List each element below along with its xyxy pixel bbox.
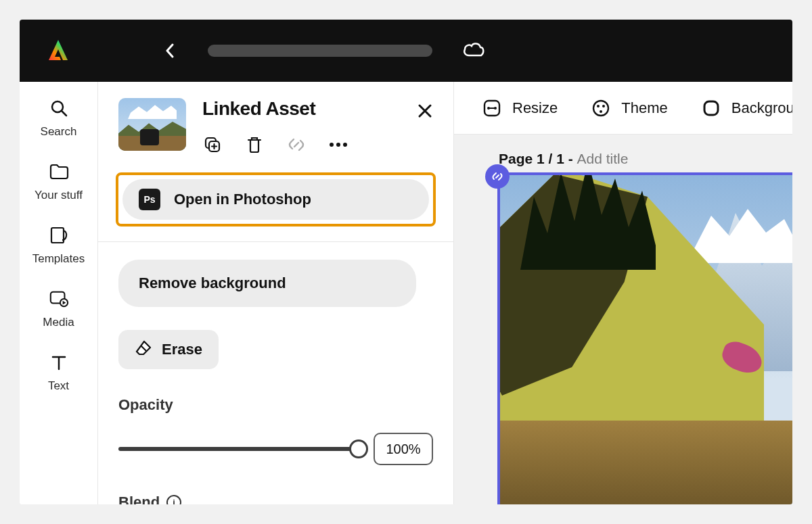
opacity-slider[interactable] (118, 447, 359, 451)
rail-media-label: Media (43, 316, 74, 329)
asset-thumbnail[interactable] (118, 98, 186, 151)
canvas-toolbar: Resize Theme Background (454, 82, 792, 135)
resize-icon (481, 97, 503, 119)
rail-text[interactable]: Text (20, 352, 97, 393)
folder-icon (49, 162, 69, 182)
panel-actions (202, 135, 395, 155)
back-button[interactable] (156, 37, 183, 64)
svg-point-12 (593, 101, 608, 116)
background-label: Background (731, 99, 792, 117)
resize-label: Resize (512, 99, 558, 117)
rail-templates-label: Templates (32, 252, 85, 266)
theme-icon (590, 97, 612, 119)
more-button[interactable] (328, 135, 348, 155)
photoshop-icon: Ps (139, 189, 160, 210)
open-in-photoshop-button[interactable]: Ps Open in Photoshop (122, 179, 429, 220)
close-panel-button[interactable] (417, 98, 433, 124)
properties-panel: Linked Asset (98, 82, 454, 504)
svg-point-7 (336, 143, 340, 147)
cloud-sync-icon[interactable] (462, 41, 485, 61)
rail-your-stuff[interactable]: Your stuff (20, 162, 97, 202)
rail-your-stuff-label: Your stuff (35, 189, 83, 202)
left-rail: Search Your stuff Templates Media Text (20, 82, 98, 504)
unlink-button[interactable] (286, 135, 307, 155)
background-icon (700, 97, 722, 119)
svg-point-15 (600, 110, 602, 113)
adobe-express-logo-icon[interactable] (45, 38, 71, 64)
panel-header: Linked Asset (98, 82, 453, 166)
svg-point-13 (597, 105, 600, 108)
search-icon (49, 98, 69, 118)
open-in-photoshop-label: Open in Photoshop (174, 191, 311, 208)
opacity-control: 100% (118, 433, 433, 465)
page-number: Page 1 / 1 - (499, 151, 577, 166)
delete-button[interactable] (244, 135, 265, 155)
app-frame: Search Your stuff Templates Media Text (20, 20, 792, 504)
svg-point-14 (602, 105, 605, 108)
background-tool[interactable]: Background (700, 97, 792, 119)
panel-title-block: Linked Asset (202, 98, 395, 155)
templates-icon (49, 225, 69, 245)
artboard-wrapper (487, 166, 792, 504)
rail-search[interactable]: Search (20, 98, 97, 139)
svg-point-8 (343, 143, 347, 147)
info-icon[interactable]: i (166, 495, 181, 504)
blend-row: Blend i (118, 494, 433, 504)
opacity-value-input[interactable]: 100% (374, 433, 433, 465)
rail-search-label: Search (41, 125, 77, 139)
blend-label: Blend (118, 494, 160, 504)
media-icon (49, 289, 69, 309)
theme-label: Theme (621, 99, 667, 117)
title-placeholder-bar[interactable] (208, 45, 432, 57)
open-in-photoshop-highlight: Ps Open in Photoshop (116, 172, 436, 227)
rail-text-label: Text (48, 379, 69, 393)
svg-line-1 (62, 111, 66, 116)
theme-tool[interactable]: Theme (590, 97, 667, 119)
opacity-label: Opacity (118, 396, 433, 414)
svg-rect-16 (704, 101, 718, 115)
page-title-placeholder: Add title (577, 151, 629, 166)
canvas-area: Resize Theme Background Page 1 / 1 - Add… (454, 82, 792, 504)
resize-tool[interactable]: Resize (481, 97, 558, 119)
top-bar (20, 20, 792, 82)
linked-asset-badge-icon[interactable] (485, 164, 510, 189)
panel-title: Linked Asset (202, 98, 395, 120)
erase-button[interactable]: Erase (118, 330, 219, 369)
eraser-icon (135, 339, 152, 360)
remove-background-button[interactable]: Remove background (118, 260, 416, 307)
svg-point-6 (330, 143, 334, 147)
erase-label: Erase (162, 341, 202, 358)
rail-media[interactable]: Media (20, 289, 97, 329)
artboard[interactable] (497, 172, 792, 504)
opacity-slider-knob[interactable] (349, 439, 368, 458)
text-icon (49, 352, 69, 373)
rail-templates[interactable]: Templates (20, 225, 97, 266)
panel-section: Remove background Erase Opacity 100% Ble… (98, 242, 453, 504)
duplicate-button[interactable] (202, 135, 223, 155)
remove-background-label: Remove background (139, 275, 286, 291)
